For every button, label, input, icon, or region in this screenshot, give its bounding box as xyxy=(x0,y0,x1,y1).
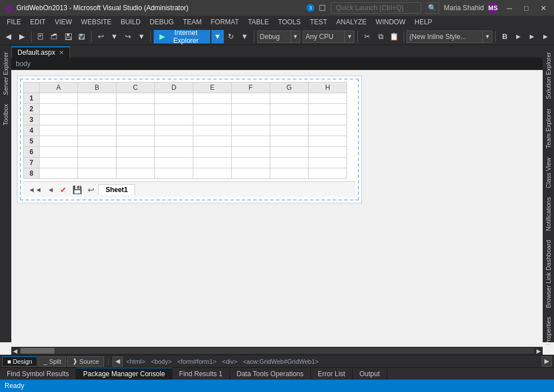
toolbar-more-button[interactable]: ► xyxy=(512,30,525,43)
grid-cell-B6[interactable] xyxy=(78,147,116,158)
grid-row-header-3[interactable]: 3 xyxy=(24,115,40,125)
grid-container[interactable]: A B C D E F G H 1234 xyxy=(20,79,359,201)
toolbar-run-dropdown[interactable]: ▼ xyxy=(211,30,224,43)
toolbar-open-button[interactable] xyxy=(48,30,60,43)
grid-cell-F4[interactable] xyxy=(232,125,270,136)
grid-row-header-6[interactable]: 6 xyxy=(24,147,40,158)
grid-cell-A1[interactable] xyxy=(40,93,78,104)
toolbar-run-button[interactable]: ▶ Internet Explorer xyxy=(154,30,210,43)
breadcrumb-form[interactable]: <form#form1> xyxy=(178,358,217,365)
grid-cell-F1[interactable] xyxy=(232,93,270,104)
grid-cell-G6[interactable] xyxy=(270,147,309,158)
grid-cell-G8[interactable] xyxy=(270,168,309,179)
grid-row-header-8[interactable]: 8 xyxy=(24,168,40,179)
menu-format[interactable]: FORMAT xyxy=(206,16,244,28)
toolbar-bold-button[interactable]: B xyxy=(499,30,511,43)
grid-row-header-1[interactable]: 1 xyxy=(24,93,40,104)
grid-row-header-4[interactable]: 4 xyxy=(24,125,40,136)
grid-cell-B7[interactable] xyxy=(78,158,116,168)
close-button[interactable]: ✕ xyxy=(537,1,549,15)
grid-cell-C7[interactable] xyxy=(116,158,155,168)
menu-test[interactable]: TEST xyxy=(305,16,332,28)
bottom-tab-error-list[interactable]: Error List xyxy=(311,368,353,380)
grid-cell-B1[interactable] xyxy=(78,93,116,104)
tab-close-button[interactable]: ✕ xyxy=(59,50,64,56)
grid-cell-C5[interactable] xyxy=(116,136,155,147)
menu-tools[interactable]: TOOLS xyxy=(274,16,305,28)
grid-cell-G3[interactable] xyxy=(270,115,309,125)
toolbar-undo-button[interactable]: ↩ xyxy=(94,30,107,43)
grid-cell-G7[interactable] xyxy=(270,158,309,168)
configuration-input[interactable] xyxy=(257,31,291,43)
configuration-combo[interactable]: ▼ xyxy=(257,31,301,43)
grid-cell-H6[interactable] xyxy=(309,147,347,158)
menu-team[interactable]: TEAM xyxy=(178,16,206,28)
sidebar-team-explorer[interactable]: Team Explorer xyxy=(543,104,553,153)
breadcrumb-acw[interactable]: <acw:GridWeb#GridWeb1> xyxy=(243,358,319,365)
grid-cell-C3[interactable] xyxy=(116,115,155,125)
notification-count[interactable]: 3 xyxy=(306,4,314,12)
toolbar-refresh-dropdown[interactable]: ▼ xyxy=(239,30,251,43)
sidebar-solution-explorer[interactable]: Solution Explorer xyxy=(543,47,553,104)
style-dropdown-arrow[interactable]: ▼ xyxy=(483,31,492,43)
grid-cell-A7[interactable] xyxy=(40,158,78,168)
grid-cell-E1[interactable] xyxy=(193,93,232,104)
bottom-tab-output[interactable]: Output xyxy=(353,368,387,380)
grid-cell-C8[interactable] xyxy=(116,168,155,179)
grid-cell-E6[interactable] xyxy=(193,147,232,158)
grid-col-b[interactable]: B xyxy=(78,82,116,93)
design-breadcrumb-acw[interactable]: <acw:GridWeb#GridWeb1> xyxy=(241,358,321,365)
grid-row-header-2[interactable]: 2 xyxy=(24,104,40,115)
grid-cell-C2[interactable] xyxy=(116,104,155,115)
grid-cell-A5[interactable] xyxy=(40,136,78,147)
platform-dropdown-arrow[interactable]: ▼ xyxy=(345,31,354,43)
menu-analyze[interactable]: ANALYZE xyxy=(332,16,371,28)
scroll-left-button[interactable]: ◀ xyxy=(11,348,19,354)
breadcrumb-div[interactable]: <div> xyxy=(222,358,237,365)
design-breadcrumb-body[interactable]: <body> xyxy=(149,358,174,365)
sidebar-class-view[interactable]: Class View xyxy=(543,153,553,193)
grid-cell-B2[interactable] xyxy=(78,104,116,115)
minimize-button[interactable]: ─ xyxy=(503,1,516,15)
sheet-tab-1[interactable]: Sheet1 xyxy=(98,184,135,195)
grid-cell-D7[interactable] xyxy=(155,158,193,168)
sidebar-browser-link[interactable]: Browser Link Dashboard xyxy=(543,236,553,312)
design-tab-design[interactable]: ■ Design xyxy=(2,356,37,367)
platform-combo[interactable]: ▼ xyxy=(302,31,354,43)
menu-window[interactable]: WINDOW xyxy=(371,16,410,28)
bottom-tab-find-results[interactable]: Find Results 1 xyxy=(172,368,230,380)
grid-col-g[interactable]: G xyxy=(270,82,309,93)
grid-cell-G4[interactable] xyxy=(270,125,309,136)
design-tab-split[interactable]: ⎯ Split xyxy=(38,356,66,367)
platform-input[interactable] xyxy=(302,31,345,43)
grid-check-button[interactable]: ✔ xyxy=(58,185,68,195)
toolbar-cut-button[interactable]: ✂ xyxy=(361,30,373,43)
grid-cell-H5[interactable] xyxy=(309,136,347,147)
toolbar-redo-dropdown[interactable]: ▼ xyxy=(135,30,148,43)
editor-tab-default-aspx[interactable]: Default.aspx ✕ xyxy=(11,46,70,58)
grid-cell-F7[interactable] xyxy=(232,158,270,168)
grid-col-c[interactable]: C xyxy=(116,82,155,93)
quick-launch-input[interactable] xyxy=(331,2,421,14)
menu-debug[interactable]: DEBUG xyxy=(145,16,179,28)
configuration-dropdown-arrow[interactable]: ▼ xyxy=(291,31,301,43)
toolbar-new-button[interactable] xyxy=(34,30,47,43)
breadcrumb-scroll-left[interactable]: ◀ xyxy=(112,356,123,367)
sidebar-server-explorer[interactable]: Server Explorer xyxy=(1,47,11,99)
grid-col-e[interactable]: E xyxy=(193,82,232,93)
sidebar-toolbox[interactable]: Toolbox xyxy=(1,99,11,130)
grid-cell-C4[interactable] xyxy=(116,125,155,136)
grid-cell-B4[interactable] xyxy=(78,125,116,136)
grid-cell-D5[interactable] xyxy=(155,136,193,147)
toolbar-more2-button[interactable]: ► xyxy=(526,30,538,43)
scrollbar-track[interactable] xyxy=(20,348,534,354)
design-breadcrumb-html[interactable]: <html> xyxy=(124,358,148,365)
grid-prev-sheet-button[interactable]: ◄ xyxy=(46,185,56,194)
bottom-tab-find-symbol[interactable]: Find Symbol Results xyxy=(0,368,76,380)
menu-website[interactable]: WEBSITE xyxy=(76,16,116,28)
grid-row-header-7[interactable]: 7 xyxy=(24,158,40,168)
grid-cell-H7[interactable] xyxy=(309,158,347,168)
menu-help[interactable]: HELP xyxy=(410,16,436,28)
grid-cell-B5[interactable] xyxy=(78,136,116,147)
toolbar-back-button[interactable]: ◀ xyxy=(2,30,15,43)
